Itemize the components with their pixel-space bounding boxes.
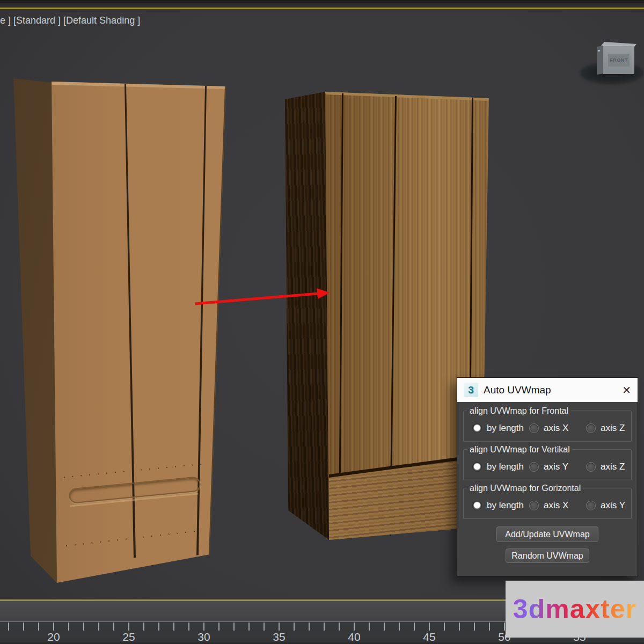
radio-option-by-length[interactable]: by length: [472, 423, 529, 434]
timeline-tick-label: 40: [348, 631, 360, 643]
radio-label: by length: [487, 423, 524, 434]
radio-button[interactable]: [472, 423, 482, 433]
radio-button[interactable]: [529, 501, 539, 510]
watermark-text: 3dmaxter: [513, 594, 636, 625]
radio-button[interactable]: [472, 501, 482, 510]
radio-button[interactable]: [472, 462, 482, 472]
viewport-label[interactable]: e ] [Standard ] [Default Shading ]: [0, 15, 140, 26]
random-uvwmap-button[interactable]: Random UVWmap: [506, 548, 589, 563]
viewcube[interactable]: FRONT ▾: [580, 40, 644, 88]
radio-group-frontal: align UVWmap for Frontal by length axis …: [463, 411, 632, 442]
timeline-tick: [233, 623, 235, 631]
timeline-tick: [203, 623, 204, 631]
radio-label: axis Z: [601, 423, 625, 434]
radio-button[interactable]: [529, 462, 539, 472]
timeline-tick: [143, 623, 144, 631]
timeline-tick: [279, 623, 280, 631]
timeline-tick: [158, 623, 159, 631]
radio-label: axis Z: [601, 462, 625, 472]
radio-label: axis X: [544, 500, 568, 511]
timeline-tick: [324, 623, 325, 631]
timeline-tick: [504, 623, 505, 631]
viewcube-rotation-glyph: ▾: [598, 48, 600, 53]
radio-option-by-length[interactable]: by length: [472, 500, 529, 511]
timeline-tick: [369, 623, 370, 631]
timeline-tick: [8, 623, 9, 631]
radio-button[interactable]: [529, 423, 539, 433]
watermark-3dmaxter: 3dmaxter: [506, 581, 644, 638]
3dsmax-viewport[interactable]: e ] [Standard ] [Default Shading ] FRONT…: [0, 0, 644, 644]
radio-group-vertikal: align UVWmap for Vertikal by length axis…: [463, 449, 632, 480]
timeline-tick: [113, 623, 114, 631]
timeline-tick-label: 35: [273, 631, 285, 643]
radio-button[interactable]: [586, 423, 596, 433]
timeline-tick: [173, 623, 174, 631]
radio-option-axis-z[interactable]: axis Z: [586, 462, 625, 472]
radio-button[interactable]: [586, 501, 596, 510]
timeline-tick: [384, 623, 385, 631]
timeline-tick: [83, 623, 84, 631]
timeline-tick: [354, 623, 355, 631]
dialog-body: align UVWmap for Frontal by length axis …: [457, 402, 638, 563]
radio-group-gorizontal: align UVWmap for Gorizontal by length ax…: [463, 488, 632, 519]
timeline-tick: [339, 623, 340, 631]
timeline-tick: [98, 623, 99, 631]
timeline-tick: [23, 623, 24, 631]
timeline-tick: [489, 623, 490, 631]
auto-uvwmap-dialog: 3 Auto UVWmap ✕ align UVWmap for Frontal…: [457, 377, 638, 576]
radio-label: axis X: [544, 423, 568, 434]
timeline-tick: [68, 623, 69, 631]
radio-button[interactable]: [586, 462, 596, 472]
viewcube-front-label: FRONT: [608, 54, 630, 67]
timeline-tick-label: 45: [423, 631, 435, 643]
timeline-tick: [399, 623, 400, 631]
timeline-tick-label: 30: [197, 631, 210, 643]
timeline-tick: [188, 623, 189, 631]
3dsmax-icon: 3: [464, 383, 478, 397]
timeline-tick: [459, 623, 460, 631]
group-legend: align UVWmap for Gorizontal: [467, 484, 583, 493]
red-annotation-arrow: [188, 283, 338, 310]
radio-option-axis-x[interactable]: axis X: [529, 500, 586, 511]
radio-option-by-length[interactable]: by length: [472, 462, 529, 472]
viewport-top-accent-line: [0, 8, 644, 9]
timeline-tick: [53, 623, 54, 631]
timeline-tick: [474, 623, 475, 631]
radio-label: by length: [487, 462, 524, 472]
dialog-titlebar[interactable]: 3 Auto UVWmap ✕: [457, 378, 638, 402]
radio-option-axis-x[interactable]: axis X: [529, 423, 586, 434]
group-legend: align UVWmap for Vertikal: [467, 445, 573, 455]
group-legend: align UVWmap for Frontal: [467, 406, 571, 416]
radio-option-axis-y[interactable]: axis Y: [529, 462, 586, 472]
timeline-tick: [128, 623, 129, 631]
radio-label: axis Y: [544, 462, 568, 472]
timeline-tick: [444, 623, 445, 631]
timeline-tick: [264, 623, 265, 631]
timeline-tick-label: 20: [47, 631, 60, 643]
timeline-tick-label: 25: [122, 631, 135, 643]
timeline-tick: [248, 623, 250, 631]
timeline-tick: [309, 623, 310, 631]
close-icon[interactable]: ✕: [622, 385, 631, 396]
timeline-tick: [429, 623, 430, 631]
viewcube-front-face[interactable]: FRONT: [603, 45, 634, 74]
timeline-tick: [414, 623, 415, 631]
dialog-title: Auto UVWmap: [484, 384, 551, 396]
add-update-uvwmap-button[interactable]: Add/Update UVWmap: [496, 526, 598, 542]
timeline-tick: [294, 623, 295, 631]
timeline-tick: [218, 623, 219, 631]
radio-label: by length: [487, 500, 524, 511]
radio-label: axis Y: [601, 500, 625, 511]
radio-option-axis-z[interactable]: axis Z: [586, 423, 625, 434]
radio-option-axis-y[interactable]: axis Y: [586, 500, 625, 511]
timeline-tick: [38, 623, 39, 631]
top-toolbar-strip: [0, 0, 644, 8]
